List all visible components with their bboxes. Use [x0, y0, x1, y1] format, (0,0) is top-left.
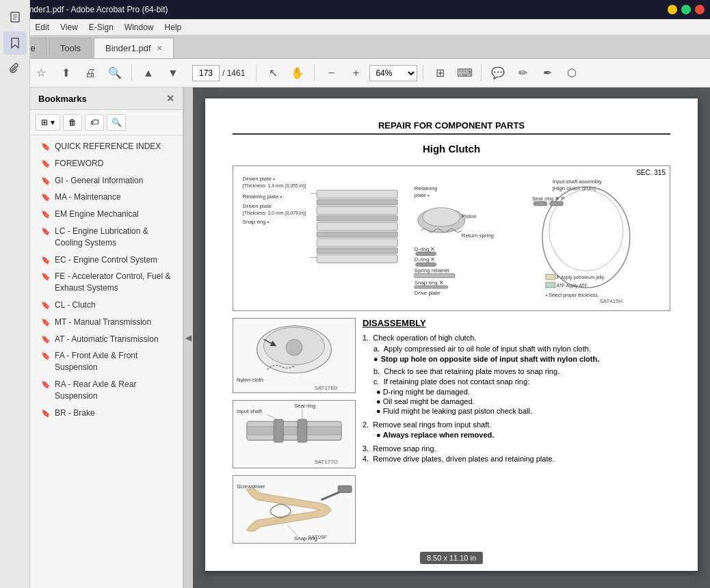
svg-rect-15 — [317, 232, 397, 237]
pdf-title-main: REPAIR FOR COMPONENT PARTS — [233, 120, 670, 135]
svg-text:D-ring ✕: D-ring ✕ — [415, 256, 436, 263]
close-window-button[interactable] — [695, 5, 705, 14]
maximize-button[interactable] — [681, 5, 691, 14]
minimize-button[interactable] — [668, 5, 677, 14]
bookmark-label-fe: FE - Accelerator Control, Fuel & Exhaust… — [55, 271, 177, 294]
step-1c: c. If retaining plate does not contact s… — [373, 377, 670, 386]
view-options-button[interactable]: ⊞ — [429, 62, 451, 84]
page-number-input[interactable] — [192, 65, 220, 81]
bookmark-foreword[interactable]: 🔖 FOREWORD — [30, 155, 183, 172]
toolbar-separator-5 — [481, 65, 482, 81]
draw-button[interactable]: ✒ — [536, 62, 558, 84]
left-tool-attachments[interactable] — [3, 57, 27, 81]
bookmark-button[interactable]: ☆ — [30, 62, 52, 84]
zoom-in-button[interactable]: + — [345, 62, 367, 84]
bookmark-label-foreword: FOREWORD — [55, 158, 177, 170]
sidebar-toolbar: ⊞ ▾ 🗑 🏷 🔍 — [30, 110, 183, 135]
bookmark-icon-lc: 🔖 — [41, 226, 51, 236]
title-bar-controls — [668, 5, 705, 14]
prev-page-button[interactable]: ▲ — [137, 62, 159, 84]
menu-view[interactable]: View — [55, 21, 83, 34]
pdf-title-sub: High Clutch — [233, 143, 670, 155]
bookmark-quick-ref[interactable]: 🔖 QUICK REFERENCE INDEX — [30, 138, 183, 155]
main-area: Bookmarks ✕ ⊞ ▾ 🗑 🏷 🔍 🔖 QUICK REFERENCE … — [0, 88, 710, 588]
hand-tool-button[interactable]: ✋ — [287, 62, 308, 84]
left-tool-pages[interactable] — [3, 5, 27, 29]
comment-button[interactable]: 💬 — [487, 62, 509, 84]
svg-rect-57 — [274, 419, 283, 442]
next-page-button[interactable]: ▼ — [162, 62, 184, 84]
svg-rect-34 — [415, 286, 448, 289]
bookmark-icon-mt: 🔖 — [41, 317, 51, 327]
print-button[interactable]: 🖨 — [79, 62, 101, 84]
tab-close-icon[interactable]: ✕ — [157, 44, 162, 52]
svg-line-60 — [267, 414, 278, 420]
menu-edit[interactable]: Edit — [29, 21, 55, 34]
left-toolbar — [0, 0, 30, 588]
svg-text:Snap ring •: Snap ring • — [243, 219, 269, 225]
svg-rect-14 — [317, 222, 397, 230]
bookmark-icon-gi: 🔖 — [41, 176, 51, 185]
svg-text:Return spring: Return spring — [462, 232, 494, 239]
page-navigation: / 1461 — [192, 65, 245, 81]
bookmark-gi[interactable]: 🔖 GI - General Information — [30, 172, 183, 189]
bookmark-ra[interactable]: 🔖 RA - Rear Axle & Rear Suspension — [30, 376, 183, 405]
step-1-bullet: ● Stop up hole on opposite side of input… — [373, 355, 670, 363]
sidebar-content: 🔖 QUICK REFERENCE INDEX 🔖 FOREWORD 🔖 GI … — [30, 135, 183, 588]
more-tools-button[interactable]: ⬡ — [561, 62, 583, 84]
bookmark-icon-em: 🔖 — [41, 209, 51, 219]
zoom-select[interactable]: 50% 64% 75% 100% 125% 150% 200% — [369, 65, 417, 81]
svg-text:Drive plate: Drive plate — [415, 290, 441, 296]
bookmark-at[interactable]: 🔖 AT - Automatic Transmission — [30, 331, 183, 348]
zoom-out-small-button[interactable]: 🔍 — [104, 62, 126, 84]
keyboard-button[interactable]: ⌨ — [453, 62, 475, 84]
bookmark-label-ra: RA - Rear Axle & Rear Suspension — [55, 379, 177, 402]
svg-text:Driven plate •: Driven plate • — [243, 176, 275, 182]
sidebar: Bookmarks ✕ ⊞ ▾ 🗑 🏷 🔍 🔖 QUICK REFERENCE … — [30, 88, 183, 588]
bookmark-label-ec: EC - Engine Control System — [55, 254, 177, 266]
svg-rect-45 — [546, 282, 555, 288]
svg-text:Driven plate: Driven plate — [243, 203, 272, 209]
svg-rect-10 — [317, 190, 397, 198]
svg-text:Screwdriver: Screwdriver — [237, 483, 265, 490]
sidebar-view-options[interactable]: ⊞ ▾ — [36, 114, 60, 131]
bookmark-mt[interactable]: 🔖 MT - Manual Transmission — [30, 314, 183, 331]
menu-help[interactable]: Help — [159, 21, 187, 34]
svg-text:plate •: plate • — [415, 192, 430, 198]
sidebar-collapse-button[interactable]: ◀ — [183, 88, 193, 588]
title-bar-text: Binder1.pdf - Adobe Acrobat Pro (64-bit) — [22, 5, 662, 14]
cursor-tool-button[interactable]: ↖ — [262, 62, 284, 84]
tab-bar: Home Tools Binder1.pdf ✕ — [0, 36, 710, 59]
bookmark-lc[interactable]: 🔖 LC - Engine Lubrication & Cooling Syst… — [30, 223, 183, 252]
left-tool-bookmarks[interactable] — [3, 31, 27, 55]
tab-binder1[interactable]: Binder1.pdf ✕ — [94, 38, 174, 58]
bookmark-br[interactable]: 🔖 BR - Brake — [30, 405, 183, 422]
bookmark-icon-quick-ref: 🔖 — [41, 142, 51, 151]
share-button[interactable]: ⬆ — [55, 62, 77, 84]
bookmark-em[interactable]: 🔖 EM Engine Mechanical — [30, 206, 183, 223]
menu-esign[interactable]: E-Sign — [83, 21, 119, 34]
sidebar-close-button[interactable]: ✕ — [166, 93, 174, 104]
bookmark-cl[interactable]: 🔖 CL - Clutch — [30, 297, 183, 314]
zoom-out-button[interactable]: − — [320, 62, 342, 84]
sidebar-search-button[interactable]: 🔍 — [107, 114, 126, 131]
bookmark-icon-cl: 🔖 — [41, 300, 51, 310]
sidebar-delete-button[interactable]: 🗑 — [63, 114, 82, 131]
sidebar-tag-button[interactable]: 🏷 — [85, 114, 104, 131]
svg-rect-17 — [317, 248, 397, 254]
disassembly-text: DISASSEMBLY 1. Check operation of high c… — [363, 318, 670, 544]
menu-window[interactable]: Window — [119, 21, 159, 34]
title-bar: 📄 Binder1.pdf - Adobe Acrobat Pro (64-bi… — [0, 0, 710, 19]
diagram-nylon-cloth: Nylon cloth SAT176D — [233, 318, 356, 393]
bookmark-ma[interactable]: 🔖 MA - Maintenance — [30, 189, 183, 206]
svg-text:P  Apply petroleum jelly.: P Apply petroleum jelly. — [557, 275, 605, 280]
bookmark-ec[interactable]: 🔖 EC - Engine Control System — [30, 252, 183, 269]
bookmark-fa[interactable]: 🔖 FA - Front Axle & Front Suspension — [30, 347, 183, 376]
svg-text:Retaining: Retaining — [415, 185, 437, 191]
pen-button[interactable]: ✏ — [512, 62, 534, 84]
tab-tools[interactable]: Tools — [49, 38, 92, 58]
svg-text:[Thickness: 2.0 mm (0.079 in)]: [Thickness: 2.0 mm (0.079 in)] — [243, 211, 306, 216]
bookmark-label-br: BR - Brake — [55, 407, 177, 419]
toolbar: 💾 ☆ ⬆ 🖨 🔍 ▲ ▼ / 1461 ↖ ✋ − + 50% 64% 75%… — [0, 59, 710, 88]
bookmark-fe[interactable]: 🔖 FE - Accelerator Control, Fuel & Exhau… — [30, 268, 183, 297]
